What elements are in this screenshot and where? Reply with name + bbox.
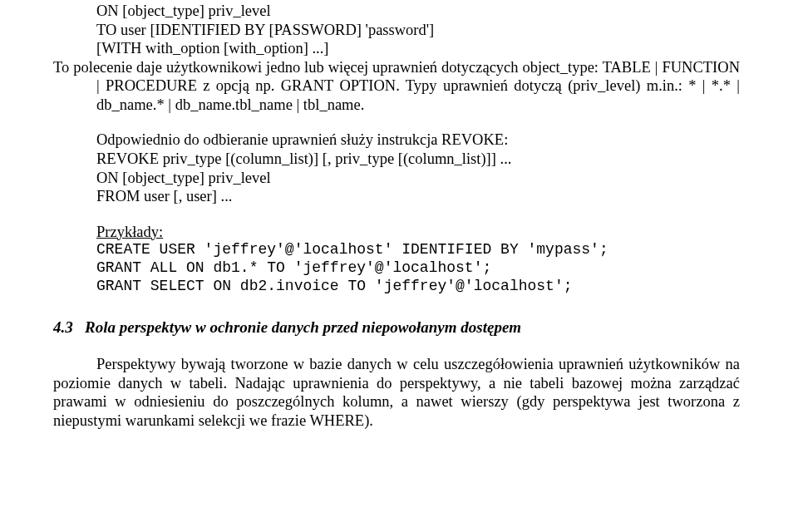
grant-syntax-block: ON [object_type] priv_level TO user [IDE… bbox=[96, 2, 740, 58]
section-title: Rola perspektyw w ochronie danych przed … bbox=[85, 318, 521, 336]
examples-block: Przykłady: CREATE USER 'jeffrey'@'localh… bbox=[96, 223, 740, 296]
example-line: CREATE USER 'jeffrey'@'localhost' IDENTI… bbox=[96, 241, 740, 259]
revoke-syntax-line: FROM user [, user] ... bbox=[96, 187, 740, 206]
revoke-syntax-line: REVOKE priv_type [(column_list)] [, priv… bbox=[96, 150, 740, 169]
grant-syntax-line: [WITH with_option [with_option] ...] bbox=[96, 39, 740, 58]
section-heading: 4.3Rola perspektyw w ochronie danych prz… bbox=[53, 318, 740, 337]
section-number: 4.3 bbox=[53, 318, 85, 337]
revoke-syntax-line: ON [object_type] priv_level bbox=[96, 169, 740, 188]
example-line: GRANT SELECT ON db2.invoice TO 'jeffrey'… bbox=[96, 278, 740, 296]
examples-label: Przykłady: bbox=[96, 223, 740, 242]
body-paragraph: Perspektywy bywają tworzone w bazie dany… bbox=[53, 355, 740, 430]
grant-description: To polecenie daje użytkownikowi jedno lu… bbox=[53, 58, 740, 115]
revoke-block: Odpowiednio do odbieranie uprawnień służ… bbox=[96, 131, 740, 205]
grant-syntax-line: TO user [IDENTIFIED BY [PASSWORD] 'passw… bbox=[96, 21, 740, 40]
revoke-intro: Odpowiednio do odbieranie uprawnień służ… bbox=[96, 131, 740, 150]
document-page: ON [object_type] priv_level TO user [IDE… bbox=[0, 0, 798, 430]
example-line: GRANT ALL ON db1.* TO 'jeffrey'@'localho… bbox=[96, 259, 740, 278]
grant-syntax-line: ON [object_type] priv_level bbox=[96, 2, 740, 21]
